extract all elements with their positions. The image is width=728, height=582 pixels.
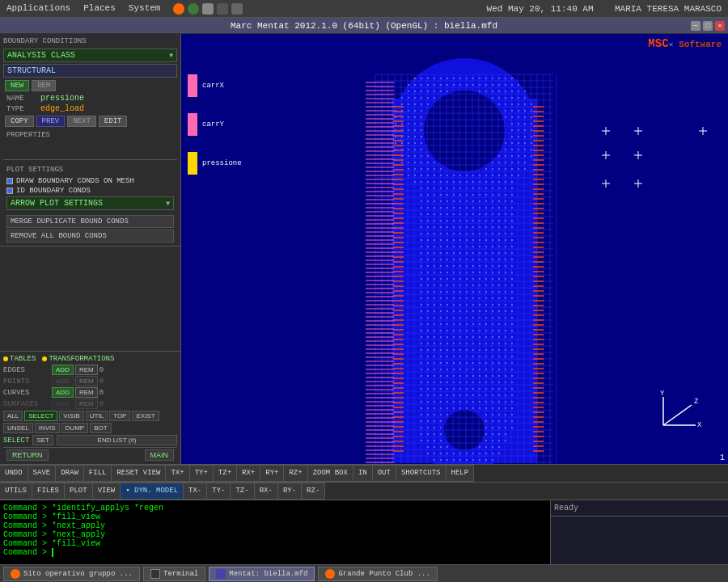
copy-button[interactable]: COPY [5, 116, 34, 127]
draw-boundary-row[interactable]: DRAW BOUNDARY CONDS ON MESH [6, 177, 174, 185]
topbar-menu[interactable]: Applications Places System [6, 3, 243, 15]
legend-pressione: pressione [188, 152, 242, 175]
type-row: TYPE edge_load [6, 104, 174, 113]
menu-places[interactable]: Places [83, 3, 116, 15]
top-button[interactable]: TOP [109, 411, 130, 421]
utils-button[interactable]: UTILS [0, 483, 32, 500]
svg-text:X: X [697, 421, 702, 429]
return-button[interactable]: RETURN [6, 449, 49, 461]
points-label: POINTS [3, 377, 52, 386]
window-controls[interactable]: ─ □ ✕ [691, 21, 725, 31]
taskbar-sito[interactable]: Sito operativo gruppo ... [3, 567, 140, 581]
unsel-button[interactable]: UNSEL [3, 423, 33, 433]
curves-row: CURVES ADD REM 0 [3, 387, 177, 398]
reset-view-button[interactable]: RESET VIEW [112, 465, 166, 482]
svg-line-0 [663, 405, 692, 425]
points-add-button[interactable]: ADD [52, 376, 74, 386]
maximize-button[interactable]: □ [703, 21, 713, 31]
trans-dot [42, 356, 47, 361]
taskbar-terminal[interactable]: Terminal [143, 567, 205, 581]
close-button[interactable]: ✕ [715, 21, 725, 31]
new-button[interactable]: NEW [5, 80, 29, 91]
invis-button[interactable]: INVIS [35, 423, 60, 433]
tables-tab[interactable]: TABLES [3, 355, 36, 363]
tables-dot [3, 356, 8, 361]
status-bar [551, 517, 728, 564]
divider1 [3, 159, 177, 160]
remove-all-button[interactable]: REMOVE ALL BOUND CONDS [6, 230, 174, 242]
draw-button[interactable]: DRAW [56, 465, 84, 482]
legend-carrY-color [188, 113, 197, 136]
set-button[interactable]: SET [32, 435, 53, 445]
plot-button[interactable]: PLOT [65, 483, 93, 500]
id-boundary-checkbox[interactable] [6, 188, 13, 194]
tx-plus-button[interactable]: TX+ [166, 465, 189, 482]
util-button[interactable]: UTIL [86, 411, 108, 421]
merge-button[interactable]: MERGE DUPLICATE BOUND CONDS [6, 215, 174, 228]
fill-button[interactable]: FILL [84, 465, 112, 482]
undo-button[interactable]: UNDO [0, 465, 28, 482]
cmd-line-4: Command > *next_apply [3, 530, 547, 539]
rz-plus-button[interactable]: RZ+ [284, 465, 307, 482]
visib-button[interactable]: VISIB [59, 411, 83, 421]
exist-button[interactable]: EXIST [132, 411, 159, 421]
in-button[interactable]: IN [353, 465, 373, 482]
name-value: pressione [40, 94, 84, 103]
rem-button[interactable]: REM [32, 80, 56, 91]
edit-button[interactable]: EDIT [99, 116, 128, 127]
out-button[interactable]: OUT [373, 465, 396, 482]
all-button[interactable]: ALL [3, 411, 23, 421]
titlebar-text: Marc Mentat 2012.1.0 (64bit) (OpenGL) : … [231, 21, 497, 31]
points-count: 0 [99, 377, 104, 386]
edges-add-button[interactable]: ADD [52, 365, 74, 375]
minimize-button[interactable]: ─ [691, 21, 700, 31]
analysis-class-label: ANALYSIS CLASS [7, 51, 75, 60]
rx-minus-button[interactable]: RX- [255, 483, 278, 500]
svg-text:Y: Y [660, 390, 665, 398]
draw-boundary-checkbox[interactable] [6, 178, 13, 184]
curves-add-button[interactable]: ADD [52, 387, 74, 398]
rz-minus-button[interactable]: RZ- [302, 483, 325, 500]
tz-plus-button[interactable]: TZ+ [214, 465, 237, 482]
select-button[interactable]: SELECT [24, 411, 57, 421]
bottom-toolbar: UNDO SAVE DRAW FILL RESET VIEW TX+ TY+ T… [0, 464, 728, 500]
tz-minus-button[interactable]: TZ- [231, 483, 254, 500]
ry-plus-button[interactable]: RY+ [260, 465, 284, 482]
bot-button[interactable]: BOT [90, 423, 111, 433]
surfaces-add-button[interactable]: ADD [52, 399, 74, 409]
transformations-tab[interactable]: TRANSFORMATIONS [42, 355, 114, 363]
surfaces-rem-button[interactable]: REM [75, 399, 98, 409]
shortcuts-button[interactable]: SHORTCUTS [396, 465, 447, 482]
taskbar-firefox2[interactable]: Grande Punto Club ... [318, 567, 437, 581]
ty-minus-button[interactable]: TY- [207, 483, 231, 500]
dump-button[interactable]: DUMP [61, 423, 89, 433]
prev-button[interactable]: PREV [36, 116, 66, 127]
draw-boundary-label: DRAW BOUNDARY CONDS ON MESH [16, 177, 134, 185]
new-rem-row: NEW REM [5, 80, 176, 91]
next-button[interactable]: NEXT [67, 116, 96, 127]
firefox2-icon [325, 569, 335, 579]
curves-rem-button[interactable]: REM [75, 387, 98, 398]
save-button[interactable]: SAVE [28, 465, 57, 482]
view-button[interactable]: VIEW [93, 483, 121, 500]
topbar-user: MARIA TERESA MARASCO [615, 4, 722, 14]
menu-system[interactable]: System [129, 3, 161, 15]
points-rem-button[interactable]: REM [75, 376, 98, 386]
dyn-model-button[interactable]: ▪ DYN. MODEL [121, 483, 184, 500]
analysis-class-dropdown[interactable]: ANALYSIS CLASS ▼ [3, 48, 177, 62]
cmd-line-3: Command > *next_apply [3, 521, 547, 530]
taskbar-mentat[interactable]: Mentat: biella.mfd [209, 567, 315, 581]
menu-applications[interactable]: Applications [6, 3, 70, 15]
main-button[interactable]: MAIN [145, 449, 175, 461]
ry-minus-button[interactable]: RY- [278, 483, 302, 500]
files-button[interactable]: FILES [32, 483, 65, 500]
arrow-plot-dropdown[interactable]: ARROW PLOT SETTINGS ▼ [6, 196, 174, 210]
rx-plus-button[interactable]: RX+ [237, 465, 260, 482]
id-boundary-row[interactable]: ID BOUNDARY CONDS [6, 187, 174, 195]
end-list-button[interactable]: END LIST (#) [57, 435, 177, 445]
ty-plus-button[interactable]: TY+ [190, 465, 214, 482]
zoom-box-button[interactable]: ZOOM BOX [308, 465, 353, 482]
tx-minus-button[interactable]: TX- [184, 483, 207, 500]
edges-rem-button[interactable]: REM [75, 365, 98, 375]
help-button[interactable]: HELP [447, 465, 475, 482]
